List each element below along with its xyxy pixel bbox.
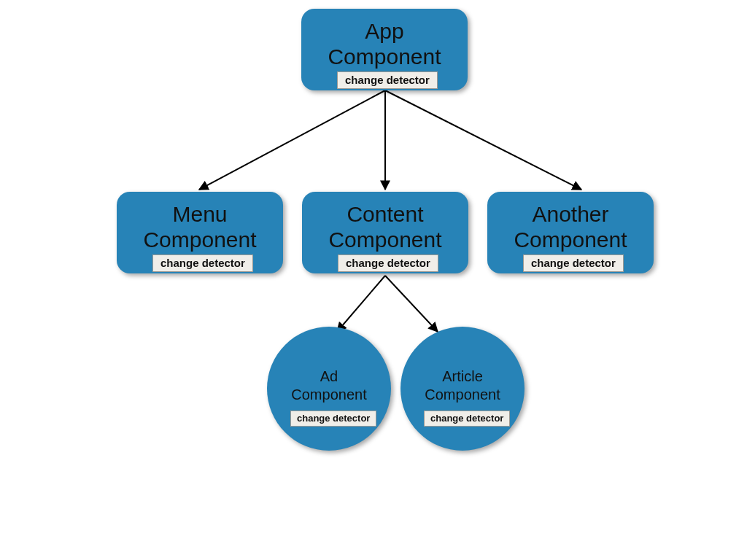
badge-article: change detector xyxy=(424,411,510,427)
edge-content-article xyxy=(385,276,438,332)
node-content-title: Content Component xyxy=(328,202,441,252)
edge-app-menu xyxy=(199,90,385,190)
node-ad-title: Ad Component xyxy=(291,368,366,404)
badge-app: change detector xyxy=(337,71,438,89)
node-menu-title: Menu Component xyxy=(143,202,256,252)
badge-another: change detector xyxy=(523,254,624,272)
badge-content: change detector xyxy=(338,254,438,272)
node-app-title: App Component xyxy=(328,19,441,69)
edge-app-another xyxy=(385,90,581,190)
node-another-title: Another Component xyxy=(514,202,627,252)
badge-ad: change detector xyxy=(290,411,376,427)
node-article: Article Component xyxy=(400,327,525,451)
badge-menu: change detector xyxy=(152,254,253,272)
diagram-canvas: App Component change detector Menu Compo… xyxy=(0,0,747,560)
edge-content-ad xyxy=(337,276,385,332)
node-article-title: Article Component xyxy=(425,368,500,404)
node-ad: Ad Component xyxy=(267,327,391,451)
